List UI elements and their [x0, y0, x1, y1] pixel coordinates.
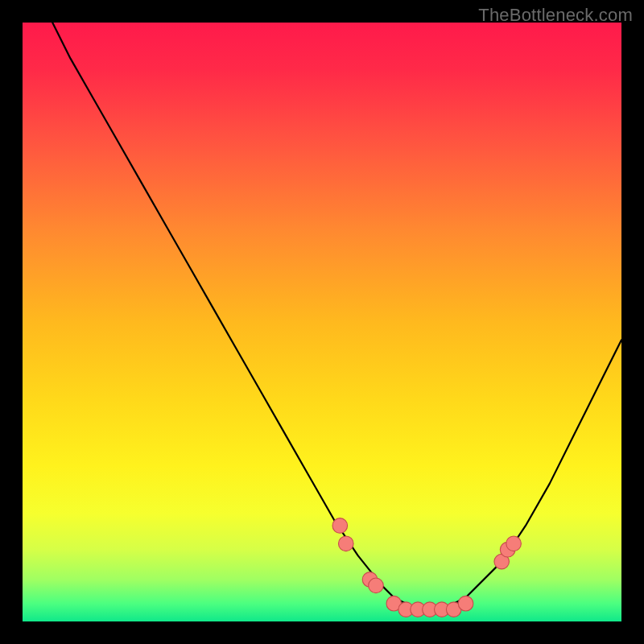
gradient-background: [23, 23, 621, 621]
plot-area: [23, 23, 621, 621]
data-point: [332, 518, 348, 534]
chart-svg: [23, 23, 621, 621]
watermark-text: TheBottleneck.com: [478, 5, 633, 26]
data-point: [369, 578, 384, 593]
data-point: [338, 536, 353, 551]
data-point: [506, 536, 522, 551]
chart-stage: TheBottleneck.com: [0, 0, 644, 644]
data-point: [458, 596, 473, 611]
